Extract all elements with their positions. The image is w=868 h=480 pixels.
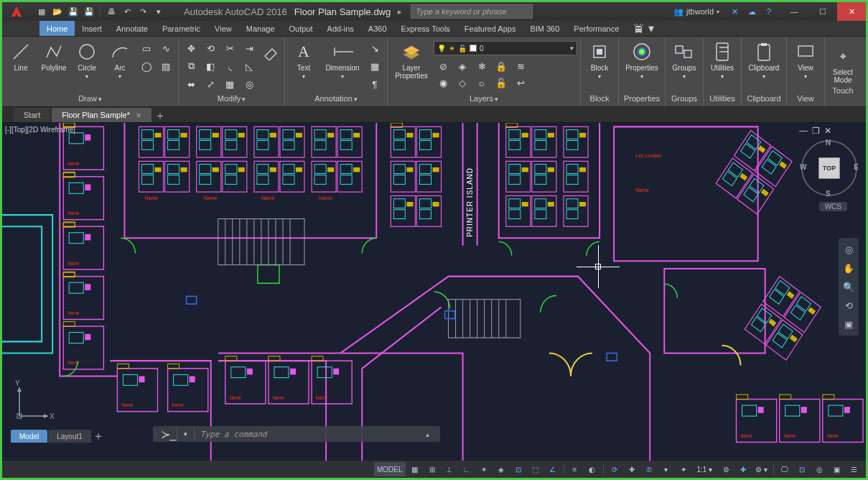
tool-stretch-icon[interactable]: ⬌ — [182, 75, 200, 93]
tool-circle[interactable]: Circle▾ — [71, 38, 103, 91]
close-button[interactable]: ✕ — [837, 2, 866, 21]
layer-on-icon[interactable]: ◉ — [434, 75, 452, 91]
status-ortho-icon[interactable]: ∟ — [459, 462, 475, 476]
cmd-recent-icon[interactable]: ▾ — [177, 428, 195, 440]
tool-chamfer-icon[interactable]: ◺ — [240, 57, 258, 75]
tool-utilities[interactable]: Utilities▾ — [706, 38, 738, 91]
tab-insert[interactable]: Insert — [75, 21, 109, 36]
file-tab-doc[interactable]: Floor Plan Sample*✕ — [52, 108, 151, 122]
qat-redo-icon[interactable]: ↷ — [136, 5, 149, 18]
panel-title-modify[interactable]: Modify▾ — [182, 93, 281, 106]
vp-minimize-icon[interactable]: ― — [799, 126, 808, 136]
tool-clipboard[interactable]: Clipboard▾ — [745, 38, 783, 91]
vp-close-icon[interactable]: ✕ — [824, 126, 831, 136]
panel-title-draw[interactable]: Draw▾ — [5, 93, 175, 106]
panel-title-view[interactable]: View — [790, 93, 821, 106]
tab-performance[interactable]: Performance — [566, 21, 626, 36]
status-polar-icon[interactable]: ✶ — [476, 462, 492, 476]
tool-ellipse-icon[interactable]: ◯ — [137, 57, 156, 75]
status-customize-icon[interactable]: ☰ — [846, 462, 862, 476]
vp-restore-icon[interactable]: ❐ — [812, 126, 820, 136]
qat-saveas-icon[interactable]: 💾 — [83, 5, 95, 18]
nav-wheel-icon[interactable]: ◎ — [841, 242, 856, 257]
tool-array-icon[interactable]: ▦ — [220, 75, 239, 93]
wcs-badge[interactable]: WCS — [819, 202, 847, 211]
status-hardware-icon[interactable]: ⊡ — [794, 462, 810, 476]
help-icon[interactable]: ? — [762, 5, 775, 18]
tab-home[interactable]: Home — [39, 21, 75, 36]
status-isolate-icon[interactable]: ◎ — [811, 462, 827, 476]
nav-pan-icon[interactable]: ✋ — [841, 261, 856, 275]
tab-parametric[interactable]: Parametric — [155, 21, 207, 36]
tool-table-icon[interactable]: ▦ — [365, 57, 384, 75]
layer-lock-icon[interactable]: 🔒 — [492, 58, 510, 74]
tool-select-mode[interactable]: ✥Select Mode — [829, 42, 857, 84]
exchange-icon[interactable]: ✕ — [728, 5, 741, 18]
tab-manage[interactable]: Manage — [239, 21, 282, 36]
panel-title-annotation[interactable]: Annotation▾ — [288, 93, 384, 106]
tool-move-icon[interactable]: ✥ — [182, 40, 200, 57]
viewport-label[interactable]: [-][Top][2D Wireframe] — [5, 126, 75, 134]
tool-block[interactable]: Block▾ — [584, 38, 615, 91]
command-line[interactable]: ⋮ ≻_ ▾ Type a command ▴ — [153, 426, 440, 442]
layout-add-button[interactable]: ＋ — [92, 430, 105, 442]
tool-layer-properties[interactable]: Layer Properties — [391, 38, 432, 91]
tool-groups[interactable]: Groups▾ — [668, 38, 700, 91]
status-cleanscreen-icon[interactable]: ▣ — [829, 462, 844, 476]
tool-mirror-icon[interactable]: ◧ — [201, 57, 220, 75]
tool-leader-icon[interactable]: ↘ — [365, 40, 384, 57]
tab-express[interactable]: Express Tools — [394, 21, 457, 36]
tool-scale-icon[interactable]: ⤢ — [201, 75, 220, 93]
status-iso-icon[interactable]: ◈ — [493, 462, 509, 476]
panel-title-layers[interactable]: Layers▾ — [391, 93, 577, 106]
layer-uniso-icon[interactable]: ◇ — [453, 75, 472, 91]
qat-new-icon[interactable]: ▦ — [35, 5, 48, 18]
qat-open-icon[interactable]: 📂 — [51, 5, 64, 18]
tab-featured[interactable]: Featured Apps — [457, 21, 523, 36]
status-snap-icon[interactable]: ⊞ — [424, 462, 440, 476]
ribbon-panel-toggle[interactable]: 🛱 ▾ — [629, 21, 658, 36]
tool-rectangle-icon[interactable]: ▭ — [137, 40, 156, 57]
app-logo[interactable] — [2, 2, 31, 21]
status-selfilter-icon[interactable]: ▾ — [658, 462, 674, 476]
nav-showmotion-icon[interactable]: ▣ — [841, 317, 856, 331]
status-grid-icon[interactable]: ▦ — [407, 462, 423, 476]
view-cube[interactable]: TOP N S E W — [801, 140, 857, 196]
compass-w[interactable]: W — [800, 163, 806, 171]
tool-arc[interactable]: Arc▾ — [104, 38, 136, 91]
compass-s[interactable]: S — [826, 190, 831, 198]
tool-extend-icon[interactable]: ⇥ — [240, 40, 258, 57]
tool-hatch-icon[interactable]: ▨ — [157, 57, 175, 75]
tool-fillet-icon[interactable]: ◟ — [220, 57, 239, 75]
panel-title-properties[interactable]: Properties — [622, 93, 662, 106]
tab-annotate[interactable]: Annotate — [109, 21, 155, 36]
tool-dimension[interactable]: Dimension▾ — [321, 38, 364, 91]
tool-polyline[interactable]: Polyline — [38, 38, 70, 91]
status-annovis-icon[interactable]: ✚ — [735, 462, 751, 476]
tool-trim-icon[interactable]: ✂ — [220, 40, 239, 57]
panel-title-block[interactable]: Block — [584, 93, 615, 106]
tab-bim360[interactable]: BIM 360 — [523, 21, 566, 36]
layer-thaw-icon[interactable]: ☼ — [472, 75, 491, 91]
status-cycling-icon[interactable]: ⟳ — [607, 462, 622, 476]
layout-tab-layout1[interactable]: Layout1 — [48, 430, 91, 443]
tool-erase[interactable] — [260, 38, 281, 91]
file-tab-start[interactable]: Start — [14, 108, 50, 122]
tab-view[interactable]: View — [207, 21, 239, 36]
tool-text[interactable]: AText▾ — [288, 38, 319, 91]
minimize-button[interactable]: ― — [780, 2, 808, 21]
tool-view[interactable]: View▾ — [790, 38, 821, 91]
qat-dropdown-icon[interactable]: ▾ — [152, 5, 165, 18]
compass-e[interactable]: E — [854, 163, 859, 171]
status-lineweight-icon[interactable]: ≡ — [567, 462, 583, 476]
compass-n[interactable]: N — [826, 139, 831, 147]
ucs-icon[interactable]: X Y — [12, 380, 55, 425]
status-qprop-icon[interactable]: ℗ — [641, 462, 657, 476]
status-dyninput-icon[interactable]: ✚ — [624, 462, 640, 476]
nav-zoom-icon[interactable]: 🔍 — [841, 280, 856, 294]
panel-title-utilities[interactable]: Utilities — [706, 93, 738, 106]
layer-off-icon[interactable]: ⊘ — [434, 58, 452, 74]
tab-output[interactable]: Output — [282, 21, 320, 36]
view-cube-face[interactable]: TOP — [818, 157, 840, 179]
a360-icon[interactable]: ☁ — [745, 5, 758, 18]
